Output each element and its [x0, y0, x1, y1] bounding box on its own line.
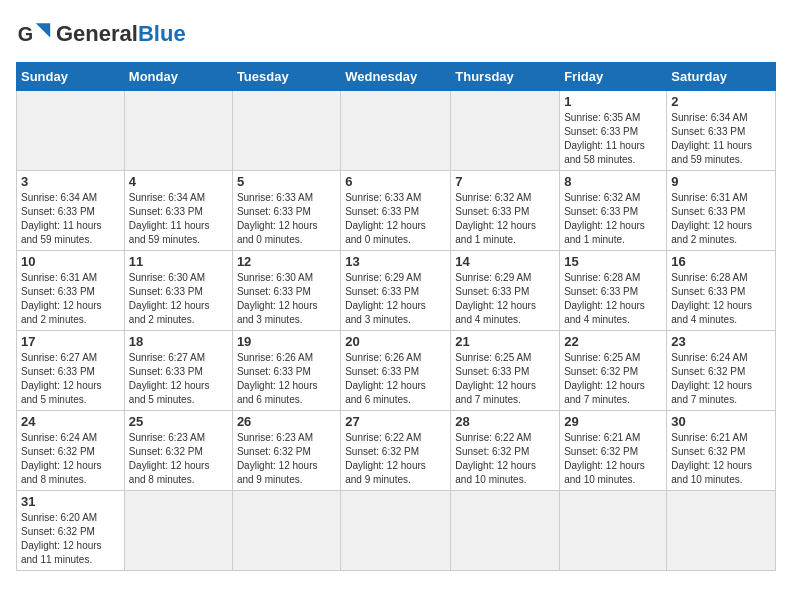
- calendar-cell: [560, 491, 667, 571]
- calendar-header-row: SundayMondayTuesdayWednesdayThursdayFrid…: [17, 63, 776, 91]
- calendar-cell: [232, 491, 340, 571]
- calendar-week-row: 24Sunrise: 6:24 AM Sunset: 6:32 PM Dayli…: [17, 411, 776, 491]
- calendar-cell: 6Sunrise: 6:33 AM Sunset: 6:33 PM Daylig…: [341, 171, 451, 251]
- calendar-cell: 7Sunrise: 6:32 AM Sunset: 6:33 PM Daylig…: [451, 171, 560, 251]
- logo: G GeneralBlue: [16, 16, 186, 52]
- day-number: 22: [564, 334, 662, 349]
- day-info: Sunrise: 6:35 AM Sunset: 6:33 PM Dayligh…: [564, 111, 662, 167]
- day-info: Sunrise: 6:25 AM Sunset: 6:33 PM Dayligh…: [455, 351, 555, 407]
- day-info: Sunrise: 6:27 AM Sunset: 6:33 PM Dayligh…: [21, 351, 120, 407]
- header-thursday: Thursday: [451, 63, 560, 91]
- calendar-cell: [232, 91, 340, 171]
- day-number: 24: [21, 414, 120, 429]
- header-wednesday: Wednesday: [341, 63, 451, 91]
- day-info: Sunrise: 6:32 AM Sunset: 6:33 PM Dayligh…: [564, 191, 662, 247]
- day-info: Sunrise: 6:24 AM Sunset: 6:32 PM Dayligh…: [21, 431, 120, 487]
- calendar-cell: 28Sunrise: 6:22 AM Sunset: 6:32 PM Dayli…: [451, 411, 560, 491]
- calendar-cell: 24Sunrise: 6:24 AM Sunset: 6:32 PM Dayli…: [17, 411, 125, 491]
- calendar-cell: 31Sunrise: 6:20 AM Sunset: 6:32 PM Dayli…: [17, 491, 125, 571]
- calendar-cell: [451, 91, 560, 171]
- day-info: Sunrise: 6:25 AM Sunset: 6:32 PM Dayligh…: [564, 351, 662, 407]
- page-header: G GeneralBlue: [16, 16, 776, 52]
- day-info: Sunrise: 6:29 AM Sunset: 6:33 PM Dayligh…: [455, 271, 555, 327]
- calendar-cell: 3Sunrise: 6:34 AM Sunset: 6:33 PM Daylig…: [17, 171, 125, 251]
- header-tuesday: Tuesday: [232, 63, 340, 91]
- calendar-cell: [341, 91, 451, 171]
- day-info: Sunrise: 6:28 AM Sunset: 6:33 PM Dayligh…: [671, 271, 771, 327]
- day-number: 15: [564, 254, 662, 269]
- day-info: Sunrise: 6:20 AM Sunset: 6:32 PM Dayligh…: [21, 511, 120, 567]
- day-info: Sunrise: 6:21 AM Sunset: 6:32 PM Dayligh…: [564, 431, 662, 487]
- day-info: Sunrise: 6:32 AM Sunset: 6:33 PM Dayligh…: [455, 191, 555, 247]
- day-number: 1: [564, 94, 662, 109]
- calendar-cell: 9Sunrise: 6:31 AM Sunset: 6:33 PM Daylig…: [667, 171, 776, 251]
- logo-text: GeneralBlue: [56, 21, 186, 46]
- day-info: Sunrise: 6:23 AM Sunset: 6:32 PM Dayligh…: [237, 431, 336, 487]
- calendar-cell: [124, 491, 232, 571]
- day-info: Sunrise: 6:29 AM Sunset: 6:33 PM Dayligh…: [345, 271, 446, 327]
- calendar-week-row: 1Sunrise: 6:35 AM Sunset: 6:33 PM Daylig…: [17, 91, 776, 171]
- day-number: 14: [455, 254, 555, 269]
- calendar-cell: 15Sunrise: 6:28 AM Sunset: 6:33 PM Dayli…: [560, 251, 667, 331]
- day-info: Sunrise: 6:31 AM Sunset: 6:33 PM Dayligh…: [671, 191, 771, 247]
- header-sunday: Sunday: [17, 63, 125, 91]
- calendar-cell: 8Sunrise: 6:32 AM Sunset: 6:33 PM Daylig…: [560, 171, 667, 251]
- day-number: 23: [671, 334, 771, 349]
- day-number: 6: [345, 174, 446, 189]
- day-number: 11: [129, 254, 228, 269]
- calendar-cell: [451, 491, 560, 571]
- day-info: Sunrise: 6:30 AM Sunset: 6:33 PM Dayligh…: [237, 271, 336, 327]
- day-info: Sunrise: 6:21 AM Sunset: 6:32 PM Dayligh…: [671, 431, 771, 487]
- day-number: 17: [21, 334, 120, 349]
- day-number: 16: [671, 254, 771, 269]
- day-number: 8: [564, 174, 662, 189]
- calendar-cell: 25Sunrise: 6:23 AM Sunset: 6:32 PM Dayli…: [124, 411, 232, 491]
- day-info: Sunrise: 6:31 AM Sunset: 6:33 PM Dayligh…: [21, 271, 120, 327]
- day-number: 12: [237, 254, 336, 269]
- calendar-cell: [341, 491, 451, 571]
- calendar-cell: [667, 491, 776, 571]
- calendar-cell: 30Sunrise: 6:21 AM Sunset: 6:32 PM Dayli…: [667, 411, 776, 491]
- calendar-cell: 18Sunrise: 6:27 AM Sunset: 6:33 PM Dayli…: [124, 331, 232, 411]
- day-info: Sunrise: 6:33 AM Sunset: 6:33 PM Dayligh…: [237, 191, 336, 247]
- calendar-cell: [17, 91, 125, 171]
- day-number: 9: [671, 174, 771, 189]
- header-friday: Friday: [560, 63, 667, 91]
- logo-icon: G: [16, 16, 52, 52]
- calendar-cell: 26Sunrise: 6:23 AM Sunset: 6:32 PM Dayli…: [232, 411, 340, 491]
- calendar-cell: 27Sunrise: 6:22 AM Sunset: 6:32 PM Dayli…: [341, 411, 451, 491]
- calendar-table: SundayMondayTuesdayWednesdayThursdayFrid…: [16, 62, 776, 571]
- calendar-cell: 29Sunrise: 6:21 AM Sunset: 6:32 PM Dayli…: [560, 411, 667, 491]
- day-info: Sunrise: 6:34 AM Sunset: 6:33 PM Dayligh…: [21, 191, 120, 247]
- day-number: 7: [455, 174, 555, 189]
- day-number: 27: [345, 414, 446, 429]
- calendar-cell: [124, 91, 232, 171]
- calendar-cell: 1Sunrise: 6:35 AM Sunset: 6:33 PM Daylig…: [560, 91, 667, 171]
- day-info: Sunrise: 6:33 AM Sunset: 6:33 PM Dayligh…: [345, 191, 446, 247]
- svg-text:G: G: [18, 23, 33, 45]
- calendar-cell: 4Sunrise: 6:34 AM Sunset: 6:33 PM Daylig…: [124, 171, 232, 251]
- day-number: 5: [237, 174, 336, 189]
- calendar-cell: 11Sunrise: 6:30 AM Sunset: 6:33 PM Dayli…: [124, 251, 232, 331]
- day-info: Sunrise: 6:22 AM Sunset: 6:32 PM Dayligh…: [455, 431, 555, 487]
- calendar-cell: 2Sunrise: 6:34 AM Sunset: 6:33 PM Daylig…: [667, 91, 776, 171]
- calendar-week-row: 31Sunrise: 6:20 AM Sunset: 6:32 PM Dayli…: [17, 491, 776, 571]
- day-number: 4: [129, 174, 228, 189]
- calendar-cell: 14Sunrise: 6:29 AM Sunset: 6:33 PM Dayli…: [451, 251, 560, 331]
- header-monday: Monday: [124, 63, 232, 91]
- day-number: 20: [345, 334, 446, 349]
- day-number: 21: [455, 334, 555, 349]
- day-number: 28: [455, 414, 555, 429]
- day-info: Sunrise: 6:24 AM Sunset: 6:32 PM Dayligh…: [671, 351, 771, 407]
- day-info: Sunrise: 6:26 AM Sunset: 6:33 PM Dayligh…: [345, 351, 446, 407]
- calendar-cell: 12Sunrise: 6:30 AM Sunset: 6:33 PM Dayli…: [232, 251, 340, 331]
- calendar-cell: 17Sunrise: 6:27 AM Sunset: 6:33 PM Dayli…: [17, 331, 125, 411]
- calendar-cell: 23Sunrise: 6:24 AM Sunset: 6:32 PM Dayli…: [667, 331, 776, 411]
- day-number: 18: [129, 334, 228, 349]
- calendar-cell: 19Sunrise: 6:26 AM Sunset: 6:33 PM Dayli…: [232, 331, 340, 411]
- day-number: 13: [345, 254, 446, 269]
- day-number: 3: [21, 174, 120, 189]
- day-number: 26: [237, 414, 336, 429]
- day-number: 19: [237, 334, 336, 349]
- calendar-week-row: 10Sunrise: 6:31 AM Sunset: 6:33 PM Dayli…: [17, 251, 776, 331]
